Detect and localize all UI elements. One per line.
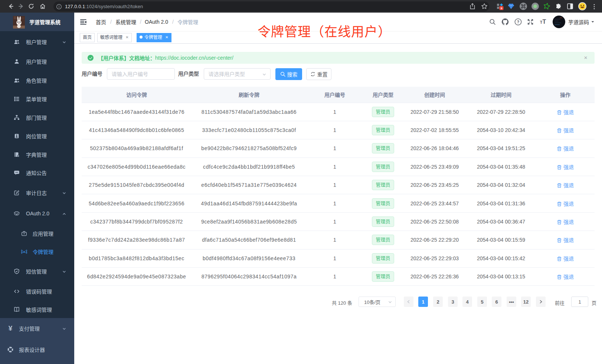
svg-text:?: ? [517, 20, 519, 24]
svg-text:9: 9 [501, 7, 503, 10]
svg-text:A: A [23, 250, 25, 254]
